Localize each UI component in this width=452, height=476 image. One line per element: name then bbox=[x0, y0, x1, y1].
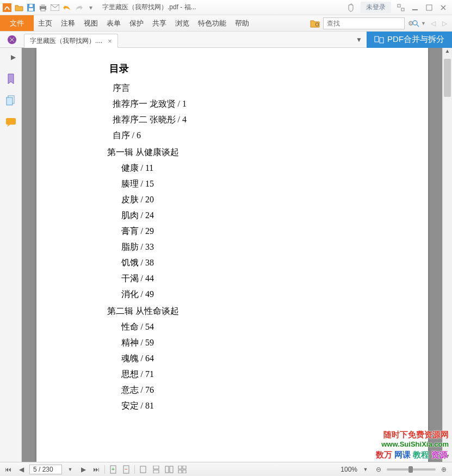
toc-item: 魂魄 / 64 bbox=[121, 353, 395, 364]
first-page-icon[interactable]: ⏮ bbox=[3, 465, 13, 474]
folder-search-icon[interactable] bbox=[310, 19, 320, 28]
menu-home[interactable]: 主页 bbox=[34, 15, 57, 32]
email-icon[interactable] bbox=[50, 3, 60, 13]
svg-rect-27 bbox=[165, 466, 169, 473]
fit-page-add-icon[interactable]: + bbox=[108, 465, 118, 474]
menu-comment[interactable]: 注释 bbox=[57, 15, 79, 32]
toc-item: 性命 / 54 bbox=[121, 322, 395, 333]
toc-item: 意志 / 76 bbox=[121, 385, 395, 396]
bookmark-icon[interactable] bbox=[5, 73, 17, 85]
svg-rect-18 bbox=[7, 97, 13, 105]
nav-next-icon[interactable]: ▷ bbox=[441, 20, 449, 27]
search-input[interactable] bbox=[324, 20, 412, 27]
menu-right: ⚙ ▼ ◁ ▷ bbox=[310, 15, 452, 31]
gear-dropdown-icon[interactable]: ▼ bbox=[421, 21, 426, 26]
toc-rec2: 推荐序二 张晓彤 / 4 bbox=[113, 114, 395, 126]
qat-dropdown-icon[interactable]: ▾ bbox=[86, 3, 96, 13]
vertical-scrollbar[interactable]: ▲ ▼ bbox=[442, 48, 452, 462]
tab-app-icon[interactable] bbox=[0, 32, 24, 47]
zoom-value: 100% bbox=[340, 466, 357, 473]
panel-expand-icon[interactable]: ▶ bbox=[7, 51, 19, 63]
svg-rect-8 bbox=[398, 4, 400, 7]
svg-rect-2 bbox=[29, 8, 33, 11]
svg-rect-16 bbox=[380, 38, 383, 43]
continuous-facing-icon[interactable] bbox=[177, 465, 187, 474]
search-box[interactable] bbox=[323, 17, 405, 29]
comment-panel-icon[interactable] bbox=[5, 116, 17, 128]
scroll-up-icon[interactable]: ▲ bbox=[443, 48, 452, 57]
menu-form[interactable]: 表单 bbox=[102, 15, 125, 32]
svg-rect-6 bbox=[41, 9, 45, 11]
menu-features[interactable]: 特色功能 bbox=[194, 15, 231, 32]
svg-rect-31 bbox=[178, 470, 182, 473]
watermark: 随时下免费资源网 www.SuiShiXia.com 数万网课教程资源 bbox=[375, 429, 449, 460]
zoom-dropdown-icon[interactable]: ▼ bbox=[361, 465, 370, 474]
page-input[interactable]: 5 / 230 bbox=[29, 465, 62, 474]
merge-icon bbox=[374, 35, 384, 44]
prev-page-icon[interactable]: ◀ bbox=[16, 465, 26, 474]
toc-item: 皮肤 / 20 bbox=[121, 194, 395, 206]
status-bar: ⏮ ◀ 5 / 230 ▼ ▶ ⏭ + − 100% ▼ ⊖ ⊕ bbox=[0, 462, 452, 476]
quick-access-toolbar: ▾ bbox=[0, 3, 98, 13]
toc-item: 干渴 / 44 bbox=[121, 273, 395, 285]
page-dropdown-icon[interactable]: ▼ bbox=[65, 465, 75, 474]
title-bar: ▾ 字里藏医（我帮找网）.pdf - 福... 未登录 bbox=[0, 0, 452, 15]
single-page-icon[interactable] bbox=[138, 465, 148, 474]
svg-rect-26 bbox=[153, 470, 159, 473]
main-area: ▶ 目录 序言 推荐序一 龙致贤 / 1 推荐序二 张晓彤 / 4 自序 / 6… bbox=[0, 48, 452, 462]
toc-item: 安定 / 81 bbox=[121, 400, 395, 412]
tab-strip: 字里藏医（我帮找网）.... × ▼ PDF合并与拆分 bbox=[0, 32, 452, 48]
nav-prev-icon[interactable]: ◁ bbox=[429, 20, 437, 27]
zoom-slider[interactable] bbox=[387, 468, 436, 471]
undo-icon[interactable] bbox=[62, 3, 72, 13]
watermark-line1: 随时下免费资源网 bbox=[375, 429, 449, 440]
toc-item: 精神 / 59 bbox=[121, 337, 395, 349]
svg-rect-15 bbox=[375, 36, 379, 42]
next-page-icon[interactable]: ▶ bbox=[78, 465, 88, 474]
facing-page-icon[interactable] bbox=[164, 465, 174, 474]
watermark-line2: www.SuiShiXia.com bbox=[375, 440, 449, 449]
toc-item: 消化 / 49 bbox=[121, 289, 395, 300]
zoom-in-icon[interactable]: ⊕ bbox=[439, 465, 449, 474]
separator bbox=[104, 465, 105, 474]
svg-text:+: + bbox=[112, 466, 115, 472]
menu-help[interactable]: 帮助 bbox=[231, 15, 253, 32]
last-page-icon[interactable]: ⏭ bbox=[91, 465, 101, 474]
svg-rect-3 bbox=[29, 4, 33, 7]
document-viewport[interactable]: 目录 序言 推荐序一 龙致贤 / 1 推荐序二 张晓彤 / 4 自序 / 6 第… bbox=[22, 48, 442, 462]
pdf-merge-button[interactable]: PDF合并与拆分 bbox=[367, 32, 452, 48]
open-icon[interactable] bbox=[14, 3, 24, 13]
redo-icon[interactable] bbox=[74, 3, 84, 13]
print-icon[interactable] bbox=[38, 3, 48, 13]
scrollbar-thumb[interactable] bbox=[444, 59, 451, 97]
menu-view[interactable]: 视图 bbox=[79, 15, 102, 32]
svg-rect-9 bbox=[401, 8, 404, 11]
save-icon[interactable] bbox=[26, 3, 36, 13]
fit-page-remove-icon[interactable]: − bbox=[121, 465, 131, 474]
svg-rect-11 bbox=[426, 5, 432, 10]
gear-icon[interactable]: ⚙ bbox=[408, 20, 418, 27]
menu-share[interactable]: 共享 bbox=[148, 15, 171, 32]
toc-self: 自序 / 6 bbox=[113, 130, 395, 141]
watermark-line3: 数万网课教程资源 bbox=[375, 449, 449, 460]
minimize-icon[interactable] bbox=[411, 4, 419, 11]
ribbon-toggle-icon[interactable] bbox=[397, 4, 405, 11]
tab-dropdown-icon[interactable]: ▼ bbox=[351, 36, 367, 44]
menu-browse[interactable]: 浏览 bbox=[171, 15, 194, 32]
svg-rect-25 bbox=[153, 466, 159, 469]
menu-protect[interactable]: 保护 bbox=[125, 15, 148, 32]
tab-close-icon[interactable]: × bbox=[108, 37, 112, 45]
tab-label: 字里藏医（我帮找网）.... bbox=[30, 36, 102, 46]
svg-rect-30 bbox=[183, 466, 186, 469]
zoom-out-icon[interactable]: ⊖ bbox=[374, 465, 383, 474]
maximize-icon[interactable] bbox=[425, 4, 434, 11]
close-icon[interactable] bbox=[439, 4, 448, 11]
file-menu[interactable]: 文件 bbox=[0, 15, 34, 31]
login-button[interactable]: 未登录 bbox=[361, 2, 391, 13]
toc-rec1: 推荐序一 龙致贤 / 1 bbox=[113, 98, 395, 110]
document-tab[interactable]: 字里藏医（我帮找网）.... × bbox=[24, 34, 118, 48]
toc-item: 健康 / 11 bbox=[121, 163, 395, 174]
hand-icon[interactable] bbox=[346, 4, 355, 11]
continuous-page-icon[interactable] bbox=[151, 465, 161, 474]
pages-icon[interactable] bbox=[5, 95, 17, 107]
